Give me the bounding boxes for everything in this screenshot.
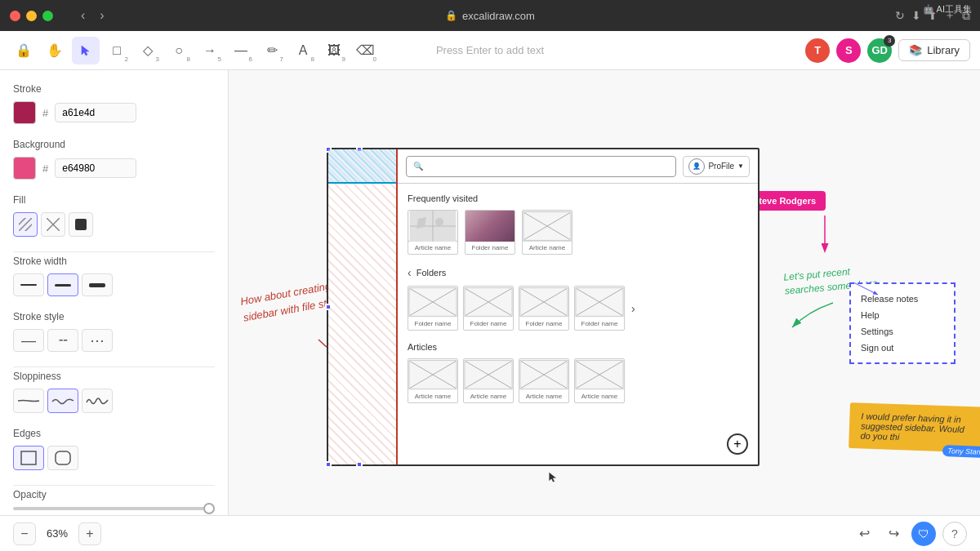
- fill-solid-btn[interactable]: [69, 212, 93, 237]
- folder-card-4-img: [575, 287, 624, 318]
- lock-tool[interactable]: 🔒: [10, 37, 38, 64]
- articles-title: Articles: [408, 342, 748, 352]
- stroke-style-label: Stroke style: [13, 311, 215, 322]
- sw-thick-btn[interactable]: [82, 273, 113, 296]
- avatar-s: S: [836, 38, 861, 63]
- hand-tool[interactable]: ✋: [41, 37, 69, 64]
- sidebar-header-hatch: [328, 149, 396, 184]
- close-button[interactable]: [10, 11, 20, 21]
- article-card-3-label: Article name: [519, 390, 568, 402]
- stroke-width-options: [13, 273, 215, 296]
- ss-dashed-btn[interactable]: ╌: [47, 329, 78, 352]
- folder-card-2-label: Folder name: [464, 318, 513, 330]
- sw-thin-btn[interactable]: [13, 273, 44, 296]
- redo-button[interactable]: ↪: [882, 522, 905, 545]
- background-hash: #: [42, 162, 48, 175]
- opacity-track[interactable]: [13, 507, 215, 510]
- text-num: 8: [311, 56, 314, 63]
- folders-prev[interactable]: ‹: [408, 266, 412, 279]
- article-card-1-label: Article name: [408, 390, 457, 402]
- edge-round-btn[interactable]: [47, 446, 78, 470]
- menu-item-signout[interactable]: Sign out: [861, 340, 944, 356]
- cursor: [547, 470, 559, 488]
- arrow-num: 5: [218, 56, 221, 63]
- library-icon: 📚: [909, 44, 922, 56]
- text-tool[interactable]: A8: [289, 37, 317, 64]
- fill-cross-btn[interactable]: [41, 212, 65, 237]
- sw-med-btn[interactable]: [47, 273, 78, 296]
- folders-next[interactable]: ›: [631, 302, 635, 315]
- divider-1: [13, 251, 215, 252]
- avatar-count: 3: [884, 35, 895, 47]
- toolbar: 🔒 ✋ □2 ◇3 ○8 →5 —6 ✏7 A8 🖼9 ⌫0: [0, 31, 980, 70]
- undo-button[interactable]: ↩: [853, 522, 875, 545]
- folder-card-3: Folder name: [519, 286, 569, 331]
- zoom-in-button[interactable]: +: [78, 522, 101, 545]
- profile-icon: 👤: [688, 158, 705, 175]
- toolbar-right: T S GD 3 📚 Library: [805, 38, 970, 63]
- edges-options: [13, 446, 215, 470]
- folder-card-4-label: Folder name: [575, 318, 624, 330]
- fill-label: Fill: [13, 194, 215, 206]
- ss-solid-btn[interactable]: —: [13, 329, 44, 352]
- frequently-visited-section: Frequently visited Article name: [408, 193, 748, 255]
- stroke-section: Stroke #: [13, 83, 215, 124]
- image-tool[interactable]: 🖼9: [320, 37, 348, 64]
- slop-low-btn[interactable]: [13, 389, 44, 413]
- wf-profile[interactable]: 👤 ProFile ▼: [683, 156, 750, 177]
- download-icon[interactable]: ⬇: [911, 9, 921, 22]
- minimize-button[interactable]: [26, 11, 37, 21]
- ss-dotted-btn[interactable]: ⋯: [82, 329, 113, 352]
- circle-num: 8: [187, 56, 190, 63]
- shield-button[interactable]: 🛡: [911, 522, 936, 546]
- rect-tool[interactable]: □2: [103, 37, 131, 64]
- back-button[interactable]: ‹: [76, 7, 90, 24]
- wf-add-button[interactable]: +: [727, 433, 748, 455]
- image-num: 9: [342, 56, 345, 63]
- help-button[interactable]: ?: [942, 522, 967, 546]
- menu-item-settings[interactable]: Settings: [861, 323, 944, 340]
- diamond-tool[interactable]: ◇3: [134, 37, 162, 64]
- zoom-level: 63%: [42, 527, 72, 540]
- fill-hatch-btn[interactable]: [13, 212, 38, 237]
- wf-search-bar[interactable]: 🔍: [406, 156, 676, 177]
- slop-med-btn[interactable]: [47, 389, 78, 413]
- slop-high-btn[interactable]: [82, 389, 113, 413]
- profile-label: ProFile: [708, 162, 734, 171]
- folders-title: Folders: [416, 268, 447, 278]
- edge-sharp-btn[interactable]: [13, 446, 44, 470]
- fv-card-1-img: [408, 211, 457, 242]
- background-color-swatch[interactable]: [13, 157, 36, 180]
- address-bar[interactable]: 🔒 excalidraw.com: [445, 10, 535, 22]
- edges-label: Edges: [13, 428, 215, 439]
- menu-item-help[interactable]: Help: [861, 307, 944, 323]
- article-card-4: Article name: [574, 358, 625, 403]
- pencil-tool[interactable]: ✏7: [258, 37, 286, 64]
- canvas-area[interactable]: How about creating a sidebar with file s…: [229, 70, 980, 515]
- menu-item-release[interactable]: Release notes: [861, 291, 944, 307]
- maximize-button[interactable]: [42, 11, 53, 21]
- stroke-color-swatch[interactable]: [13, 101, 36, 124]
- opacity-thumb[interactable]: [203, 503, 215, 514]
- background-section: Background #: [13, 139, 215, 180]
- wireframe-container: 🔍 👤 ProFile ▼ Frequently visited: [327, 148, 760, 466]
- arrow-tool[interactable]: →5: [196, 37, 224, 64]
- zoom-out-button[interactable]: −: [13, 522, 36, 545]
- library-button[interactable]: 📚 Library: [898, 39, 970, 61]
- wireframe-body: Frequently visited Article name: [398, 184, 758, 464]
- pencil-num: 7: [280, 56, 283, 63]
- line-tool[interactable]: —6: [227, 37, 255, 64]
- background-color-input[interactable]: [55, 158, 136, 178]
- folders-section: ‹ Folders Folder name: [408, 266, 748, 331]
- stroke-color-input[interactable]: [55, 103, 136, 122]
- stroke-color-row: #: [13, 101, 215, 124]
- forward-button[interactable]: ›: [95, 7, 109, 24]
- lock-icon: 🔒: [445, 10, 457, 21]
- folder-card-3-label: Folder name: [519, 318, 568, 330]
- select-tool[interactable]: [72, 37, 100, 64]
- reload-icon[interactable]: ↻: [895, 9, 905, 22]
- circle-tool[interactable]: ○8: [165, 37, 193, 64]
- title-bar: ‹ › 🔒 excalidraw.com ↻ ⬇ ⬆ ＋ ⧉ 🤖 AI工具集: [0, 0, 980, 31]
- eraser-tool[interactable]: ⌫0: [351, 37, 379, 64]
- frequently-visited-cards: Article name Folder name: [408, 210, 748, 255]
